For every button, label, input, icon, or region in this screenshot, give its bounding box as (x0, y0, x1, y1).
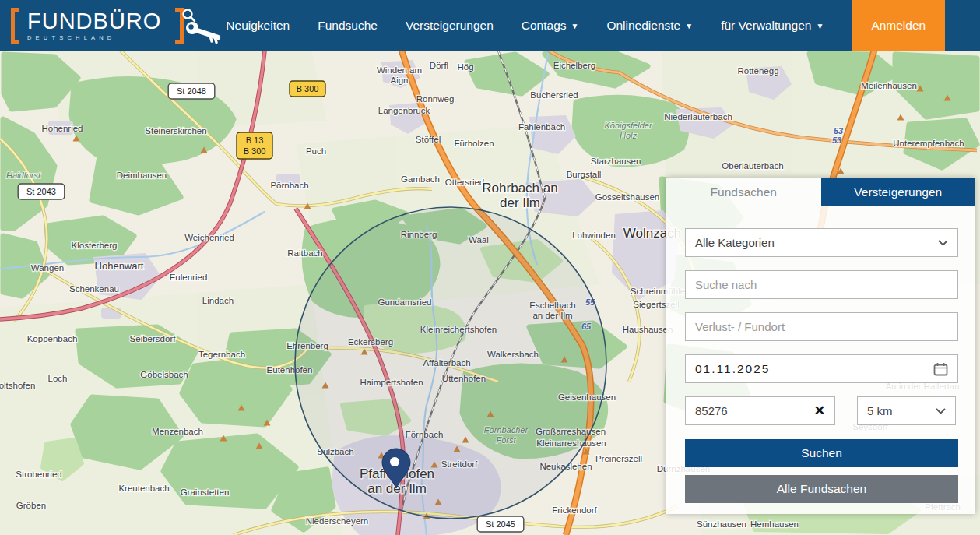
map-label: Raitbach (287, 248, 322, 258)
map-label: Strobenried (16, 470, 61, 479)
map-label: Langenbruck (378, 106, 430, 115)
top-navigation-bar: FUNDBÜRO DEUTSCHLAND NeuigkeitenFundsuch… (0, 0, 980, 51)
map-label: Dörfl (430, 61, 448, 70)
map-label: Stöffel (416, 135, 441, 144)
motorway-exit-number: 53 (832, 136, 841, 145)
map-label: Klosterberg (72, 241, 118, 250)
map-label: Wangen (31, 263, 64, 273)
chevron-down-icon (938, 240, 948, 246)
plz-value: 85276 (695, 404, 728, 417)
map-label: Hemhausen (750, 519, 799, 529)
all-items-button[interactable]: Alle Fundsachen (685, 475, 958, 503)
map-label: Steinerskirchen (145, 126, 206, 136)
road-badge-label: St 2043 (26, 187, 56, 196)
nav-item-0[interactable]: Neuigkeiten (226, 19, 290, 33)
map-label: Oberlauterbach (722, 161, 783, 171)
road-badge-label: B 13 (246, 136, 264, 145)
map-label: Fahlenbach (518, 122, 565, 132)
map-label: Göbelsbach (140, 370, 188, 379)
map-label: Gosseltshausen (595, 192, 659, 202)
brand-name: FUNDBÜRO (27, 10, 161, 33)
map-label: Fürholzen (454, 139, 494, 148)
map-label: Ottersried (445, 178, 485, 187)
main-navigation: NeuigkeitenFundsucheVersteigerungenConta… (226, 0, 852, 51)
calendar-icon[interactable] (933, 362, 948, 376)
map-label: Unterempfenbach (893, 139, 964, 148)
map-label: oltshofen (0, 381, 35, 390)
map-label: Tegernbach (198, 350, 245, 359)
caret-down-icon: ▼ (685, 22, 693, 30)
login-button[interactable]: Anmelden (852, 0, 945, 51)
map-label: Niederscheyern (306, 516, 369, 526)
map-label: Burgstall (567, 170, 602, 179)
map-label: Gröben (16, 501, 46, 510)
chevron-down-icon (936, 408, 946, 414)
map-label: Deimhausen (117, 171, 167, 180)
map-label: Ronnweg (416, 94, 455, 104)
map-label: Pörnbach (270, 181, 308, 190)
map-label: Haushausen (623, 325, 673, 334)
map-label: Loch (48, 374, 68, 383)
logo-bracket-left-icon (11, 8, 19, 44)
map-label: Menzenbach (152, 427, 203, 436)
category-selected-value: Alle Kategorien (695, 236, 775, 249)
map-label: Hohenried (41, 124, 83, 133)
search-panel: Fundsachen Versteigerungen Alle Kategori… (666, 178, 975, 514)
location-input[interactable]: Verlust- / Fundort (685, 312, 958, 341)
location-placeholder: Verlust- / Fundort (695, 320, 785, 333)
map-label: Eulenried (170, 273, 208, 282)
map-label: Hohenwart (95, 260, 144, 272)
nav-item-5[interactable]: für Verwaltungen▼ (721, 19, 824, 33)
road-badge-label: B 300 (297, 84, 319, 93)
road-badge-label: St 2045 (486, 519, 515, 529)
map-label: Sünzhausen (697, 519, 746, 529)
map-label: Buchersried (530, 90, 578, 100)
motorway-exit-number: 53 (834, 126, 843, 136)
map-label: Gambach (401, 174, 440, 184)
radius-select[interactable]: 5 km (857, 396, 956, 425)
map-label: Seibersdorf (130, 334, 177, 343)
road-badge-label: B 300 (244, 146, 266, 156)
map-label: Preinerszell (595, 454, 642, 463)
map-label: Koppenbach (27, 334, 78, 343)
search-radius-circle (295, 207, 606, 519)
map-label: Haidforst (6, 171, 41, 180)
brand-subtitle: DEUTSCHLAND (27, 35, 161, 41)
nav-item-4[interactable]: Onlinedienste▼ (606, 19, 693, 33)
map-label: Grainstetten (181, 487, 230, 497)
caret-down-icon: ▼ (816, 22, 824, 30)
map-label: Lindach (202, 296, 234, 305)
map-label: Puch (306, 146, 326, 156)
clear-plz-icon[interactable]: ✕ (814, 403, 825, 419)
map-label: Schenkenau (69, 284, 119, 294)
key-magnifier-icon (181, 8, 226, 44)
category-select[interactable]: Alle Kategorien (685, 228, 958, 257)
map-label: Niederlauterbach (664, 112, 732, 121)
site-logo[interactable]: FUNDBÜRO DEUTSCHLAND (11, 8, 226, 44)
map-label: Hög (457, 62, 473, 72)
road-badge-label: St 2048 (177, 86, 206, 96)
radius-selected-value: 5 km (867, 404, 893, 417)
map-label: Weichenried (184, 233, 234, 242)
map-label: Lohwinden (572, 231, 616, 240)
map-label: Kreutenbach (118, 484, 169, 493)
tab-fundsachen[interactable]: Fundsachen (666, 178, 821, 206)
search-placeholder: Suche nach (695, 278, 757, 291)
search-input[interactable]: Suche nach (685, 270, 958, 299)
tab-versteigerungen[interactable]: Versteigerungen (821, 178, 976, 206)
map-label: Meilenhausen (861, 81, 917, 90)
map-label: Eichelberg (553, 61, 595, 70)
plz-input[interactable]: 85276 ✕ (685, 396, 835, 425)
search-button[interactable]: Suchen (685, 439, 958, 467)
nav-item-3[interactable]: Contags▼ (522, 19, 579, 33)
map-label: Starzhausen (591, 157, 641, 166)
nav-item-1[interactable]: Fundsuche (318, 19, 378, 33)
map-label: Rottenegg (737, 66, 778, 76)
nav-item-2[interactable]: Versteigerungen (406, 19, 494, 33)
map-label: Frickendorf (552, 505, 597, 515)
panel-tabs: Fundsachen Versteigerungen (666, 178, 975, 206)
date-value: 01.11.2025 (695, 362, 770, 376)
caret-down-icon: ▼ (571, 22, 579, 30)
date-input[interactable]: 01.11.2025 (685, 354, 958, 383)
